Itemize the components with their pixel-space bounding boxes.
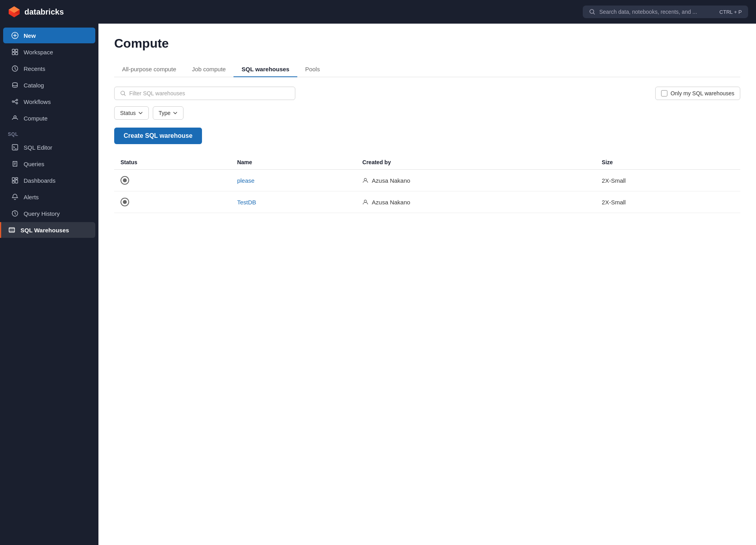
- tab-all-purpose[interactable]: All-purpose compute: [114, 62, 184, 77]
- svg-rect-12: [12, 178, 15, 180]
- type-dropdown[interactable]: Type: [153, 106, 183, 120]
- new-label: New: [24, 32, 36, 39]
- status-icon-2: [120, 198, 129, 206]
- col-size: Size: [595, 155, 740, 170]
- sql-section-label: SQL: [0, 127, 98, 139]
- search-icon: [589, 9, 595, 15]
- sidebar-item-workspace[interactable]: Workspace: [3, 44, 95, 60]
- table-row: TestDB Azusa Nakano 2X-Small: [114, 191, 740, 213]
- sidebar-item-alerts[interactable]: Alerts: [3, 189, 95, 205]
- table-body: please Azusa Nakano 2X-Small: [114, 170, 740, 213]
- sidebar-item-workflows-label: Workflows: [24, 98, 51, 105]
- size-cell-1: 2X-Small: [595, 170, 740, 191]
- created-by-name-1: Azusa Nakano: [372, 177, 410, 184]
- alerts-icon: [11, 193, 19, 201]
- page-title: Compute: [114, 36, 740, 51]
- type-dropdown-label: Type: [159, 110, 170, 116]
- col-name: Name: [231, 155, 356, 170]
- logo-text: databricks: [24, 7, 64, 17]
- new-icon: [11, 32, 19, 39]
- svg-rect-5: [15, 52, 18, 55]
- col-status: Status: [114, 155, 231, 170]
- chevron-down-icon: [138, 111, 143, 115]
- svg-rect-15: [15, 180, 18, 183]
- sidebar-item-sql-editor[interactable]: SQL Editor: [3, 139, 95, 155]
- catalog-icon: [11, 81, 19, 89]
- status-cell-2: [114, 191, 231, 213]
- topbar: databricks Search data, notebooks, recen…: [0, 0, 756, 24]
- sidebar-item-sql-warehouses[interactable]: SQL Warehouses: [0, 222, 95, 238]
- svg-rect-3: [15, 49, 18, 52]
- svg-point-7: [12, 101, 14, 102]
- main-content: Compute All-purpose compute Job compute …: [98, 24, 756, 545]
- svg-rect-4: [12, 52, 15, 55]
- status-icon-1: [120, 176, 129, 185]
- svg-rect-14: [12, 181, 15, 183]
- tab-pools[interactable]: Pools: [297, 62, 328, 77]
- svg-point-18: [364, 178, 367, 181]
- sidebar-item-workflows[interactable]: Workflows: [3, 94, 95, 109]
- sidebar-item-sql-warehouses-label: SQL Warehouses: [20, 227, 69, 234]
- user-icon-2: [362, 199, 369, 205]
- col-created-by: Created by: [356, 155, 595, 170]
- main-layout: New Workspace Recents: [0, 24, 756, 545]
- sidebar-item-recents[interactable]: Recents: [3, 61, 95, 76]
- svg-point-19: [364, 200, 367, 202]
- name-cell-2[interactable]: TestDB: [231, 191, 356, 213]
- sidebar-item-compute[interactable]: Compute: [3, 110, 95, 126]
- sql-warehouses-icon: [8, 226, 16, 234]
- status-dropdown[interactable]: Status: [114, 106, 149, 120]
- status-dropdown-label: Status: [120, 110, 136, 116]
- only-mine-checkbox[interactable]: [661, 90, 667, 96]
- name-cell-1[interactable]: please: [231, 170, 356, 191]
- workspace-icon: [11, 48, 19, 56]
- svg-rect-13: [15, 178, 18, 179]
- recents-icon: [11, 65, 19, 72]
- created-by-name-2: Azusa Nakano: [372, 199, 410, 206]
- tab-job-compute[interactable]: Job compute: [184, 62, 234, 77]
- user-icon-1: [362, 177, 369, 184]
- sidebar: New Workspace Recents: [0, 24, 98, 545]
- new-button[interactable]: New: [3, 28, 95, 43]
- search-bar[interactable]: Search data, notebooks, recents, and ...…: [583, 6, 748, 18]
- warehouse-link-testdb[interactable]: TestDB: [237, 199, 256, 206]
- sidebar-item-queries[interactable]: Queries: [3, 156, 95, 172]
- dropdowns-row: Status Type: [114, 106, 740, 120]
- sql-editor-icon: [11, 143, 19, 151]
- sidebar-item-alerts-label: Alerts: [24, 194, 39, 200]
- search-placeholder: Search data, notebooks, recents, and ...: [599, 9, 697, 15]
- sidebar-item-compute-label: Compute: [24, 115, 48, 122]
- table-header: Status Name Created by Size: [114, 155, 740, 170]
- compute-icon: [11, 114, 19, 122]
- tab-sql-warehouses[interactable]: SQL warehouses: [233, 62, 297, 77]
- query-history-icon: [11, 209, 19, 217]
- warehouse-link-please[interactable]: please: [237, 177, 254, 184]
- sidebar-item-catalog-label: Catalog: [24, 82, 44, 89]
- chevron-down-icon-2: [173, 111, 178, 115]
- databricks-logo-icon: [8, 6, 20, 18]
- logo-area: databricks: [8, 6, 64, 18]
- sidebar-item-sql-editor-label: SQL Editor: [24, 144, 52, 151]
- svg-rect-2: [12, 49, 15, 52]
- table-row: please Azusa Nakano 2X-Small: [114, 170, 740, 191]
- create-sql-warehouse-button[interactable]: Create SQL warehouse: [114, 128, 202, 144]
- sidebar-item-catalog[interactable]: Catalog: [3, 77, 95, 93]
- svg-point-9: [16, 102, 18, 104]
- sidebar-item-workspace-label: Workspace: [24, 49, 53, 56]
- size-cell-2: 2X-Small: [595, 191, 740, 213]
- warehouses-table: Status Name Created by Size please: [114, 155, 740, 213]
- filter-sql-warehouses-input[interactable]: [129, 90, 289, 96]
- created-by-cell-1: Azusa Nakano: [356, 170, 595, 191]
- only-my-warehouses-toggle[interactable]: Only my SQL warehouses: [655, 87, 740, 100]
- sidebar-item-query-history[interactable]: Query History: [3, 206, 95, 221]
- filter-input-wrap[interactable]: [114, 87, 295, 100]
- tabs-bar: All-purpose compute Job compute SQL ware…: [114, 62, 740, 77]
- filter-row: Only my SQL warehouses: [114, 87, 740, 100]
- queries-icon: [11, 160, 19, 168]
- sidebar-item-dashboards[interactable]: Dashboards: [3, 172, 95, 188]
- only-mine-label: Only my SQL warehouses: [671, 90, 734, 96]
- sidebar-item-queries-label: Queries: [24, 161, 44, 167]
- svg-point-17: [121, 91, 124, 95]
- svg-point-8: [16, 99, 18, 101]
- search-shortcut: CTRL + P: [719, 9, 742, 15]
